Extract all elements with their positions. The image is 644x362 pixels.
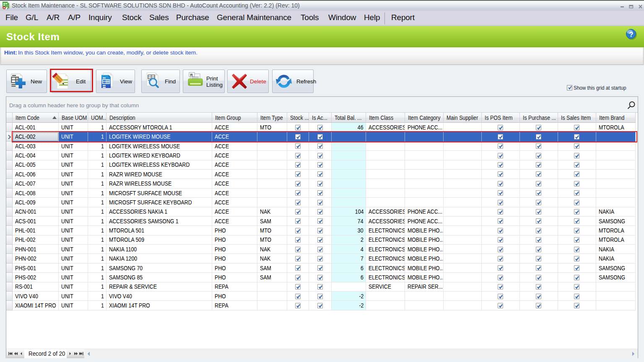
svg-text:2.2: 2.2 bbox=[6, 5, 9, 7]
svg-text:R: R bbox=[190, 73, 193, 77]
svg-text:?: ? bbox=[629, 31, 633, 39]
